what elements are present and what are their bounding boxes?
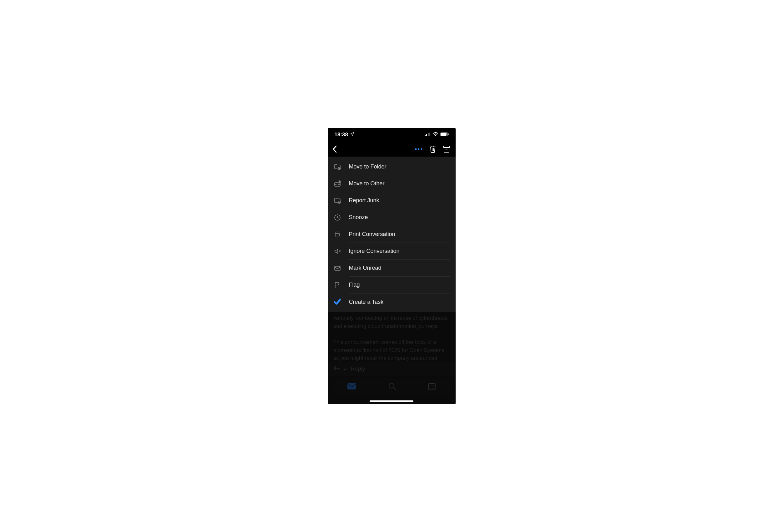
chevron-left-icon [332,145,338,153]
status-right [425,132,449,138]
menu-item-label: Flag [349,281,360,288]
menu-mark-unread[interactable]: Mark Unread [328,260,456,277]
email-body: remotely, combatting an increase of cybe… [328,312,456,404]
menu-item-label: Ignore Conversation [349,248,400,255]
trash-icon [429,145,436,153]
phone-frame: 18:38 [328,128,456,404]
svg-point-18 [339,266,340,267]
menu-item-label: Move to Other [349,180,385,187]
svg-rect-1 [426,134,427,136]
actions-menu: Move to FolderMove to OtherReport JunkSn… [328,157,456,312]
flag-icon [333,281,342,289]
printer-icon [333,230,342,238]
battery-icon [440,132,449,138]
cellular-signal-icon [425,132,431,138]
home-indicator[interactable] [370,400,413,402]
status-bar: 18:38 [328,128,456,142]
archive-button[interactable] [443,146,450,153]
menu-item-label: Report Junk [349,197,379,204]
tab-calendar[interactable]: 16 [428,382,436,393]
folder-arrow-icon [333,163,342,171]
reply-label: Reply [351,365,365,373]
mail-icon [347,383,356,390]
menu-item-label: Mark Unread [349,265,381,271]
email-paragraph-1: remotely, combatting an increase of cybe… [333,314,450,330]
tray-arrow-icon [333,180,342,188]
chevron-down-icon [343,365,347,373]
svg-rect-5 [441,133,446,136]
menu-report-junk[interactable]: Report Junk [328,192,456,209]
status-time: 18:38 [335,132,348,138]
tab-mail[interactable] [347,383,356,392]
menu-ignore-conversation[interactable]: Ignore Conversation [328,243,456,260]
svg-rect-19 [347,383,356,390]
wifi-icon [433,132,438,138]
svg-rect-6 [448,133,449,135]
more-horizontal-icon [415,148,422,150]
menu-create-task[interactable]: Create a Task [328,294,456,310]
svg-rect-0 [425,135,426,136]
task-check-icon [333,298,342,306]
calendar-day: 16 [428,386,436,390]
tab-search[interactable] [388,382,396,393]
svg-rect-2 [428,133,429,136]
menu-flag[interactable]: Flag [328,277,456,294]
svg-rect-10 [443,146,450,147]
svg-point-7 [415,148,416,150]
more-actions-button[interactable] [415,148,422,150]
svg-point-8 [418,148,419,150]
menu-item-label: Create a Task [349,299,384,305]
nav-bar [328,142,456,157]
menu-item-label: Snooze [349,214,368,221]
menu-move-to-other[interactable]: Move to Other [328,175,456,192]
reply-arrow-icon [333,365,340,373]
menu-snooze[interactable]: Snooze [328,209,456,226]
menu-item-label: Print Conversation [349,231,395,238]
menu-item-label: Move to Folder [349,164,386,170]
menu-move-to-folder[interactable]: Move to Folder [328,159,456,175]
tab-bar: 16 [332,378,452,397]
back-button[interactable] [332,145,338,153]
location-icon [350,132,354,138]
speaker-mute-icon [333,247,342,255]
email-paragraph-2: This announcement comes off the back of … [333,338,450,362]
mail-unread-icon [333,264,342,272]
status-left: 18:38 [335,132,354,138]
svg-rect-3 [429,133,430,136]
folder-block-icon [333,197,342,205]
search-icon [388,382,396,390]
svg-rect-16 [335,233,340,236]
menu-print-conversation[interactable]: Print Conversation [328,226,456,243]
archive-icon [443,146,450,153]
delete-button[interactable] [429,145,436,153]
reply-bar[interactable]: Reply [328,362,456,376]
svg-point-9 [420,148,422,150]
clock-icon [333,213,342,222]
